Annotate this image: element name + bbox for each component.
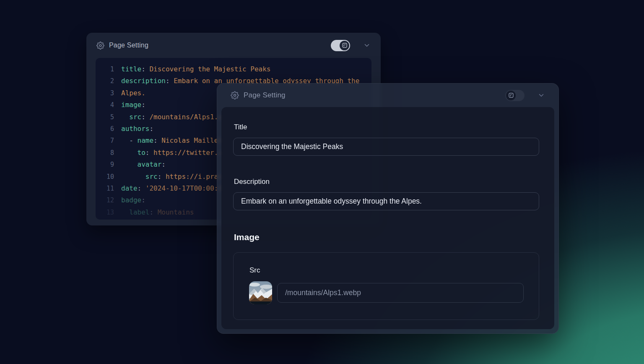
toggle-knob — [340, 41, 349, 50]
code-text: to: https://twitter.c — [121, 147, 222, 159]
code-text: image: — [121, 99, 145, 111]
image-thumbnail[interactable] — [249, 281, 272, 304]
code-text: date: '2024-10-17T00:00:0 — [121, 183, 222, 194]
code-icon — [508, 92, 514, 98]
src-row — [249, 281, 524, 304]
code-view-toggle[interactable] — [331, 40, 350, 51]
title-field-label: Title — [234, 123, 539, 131]
panel-title: Page Setting — [244, 91, 286, 100]
line-number: 11 — [101, 183, 114, 194]
code-text: label: Mountains — [121, 207, 194, 218]
line-number: 2 — [101, 75, 114, 87]
code-text: avatar: — [121, 159, 166, 170]
yaml-panel-header: Page Setting — [86, 33, 381, 58]
line-number: 7 — [101, 135, 114, 147]
image-section-heading: Image — [234, 232, 539, 242]
description-input[interactable] — [233, 192, 539, 210]
line-number: 3 — [101, 87, 114, 99]
line-number: 13 — [101, 207, 114, 218]
line-number: 12 — [101, 194, 114, 206]
src-input[interactable] — [277, 283, 524, 303]
code-line: 1title: Discovering the Majestic Peaks — [101, 63, 371, 75]
code-text: - name: Nicolas Maillet — [121, 135, 222, 147]
code-text: Alpes. — [121, 87, 145, 99]
chevron-down-icon[interactable] — [538, 92, 545, 99]
code-text: title: Discovering the Majestic Peaks — [121, 63, 270, 75]
line-number: 1 — [101, 63, 114, 75]
code-text: src: /mountains/Alps1.w — [121, 111, 222, 123]
gear-icon — [231, 91, 239, 100]
chevron-down-icon[interactable] — [363, 42, 371, 49]
line-number: 10 — [101, 171, 114, 183]
line-number: 6 — [101, 123, 114, 135]
image-section-card: Src — [233, 252, 539, 320]
line-number: 4 — [101, 99, 114, 111]
form-content: Title Description Image Src — [221, 107, 554, 329]
toggle-knob — [506, 91, 516, 100]
line-number: 8 — [101, 147, 114, 159]
form-panel-header: Page Setting — [217, 84, 558, 107]
code-view-toggle[interactable] — [505, 90, 525, 101]
code-icon — [342, 42, 348, 48]
gear-icon — [96, 42, 104, 50]
line-number: 5 — [101, 111, 114, 123]
line-number: 9 — [101, 159, 114, 170]
code-text: src: https://i.prav — [121, 171, 222, 183]
panel-title: Page Setting — [109, 42, 148, 49]
description-field-label: Description — [234, 178, 539, 186]
src-field-label: Src — [249, 266, 524, 275]
code-text: authors: — [121, 123, 153, 135]
code-text: badge: — [121, 194, 145, 206]
title-input[interactable] — [233, 138, 539, 156]
mountain-photo — [249, 281, 272, 304]
form-settings-panel: Page Setting Title Description Image Src — [217, 83, 559, 334]
